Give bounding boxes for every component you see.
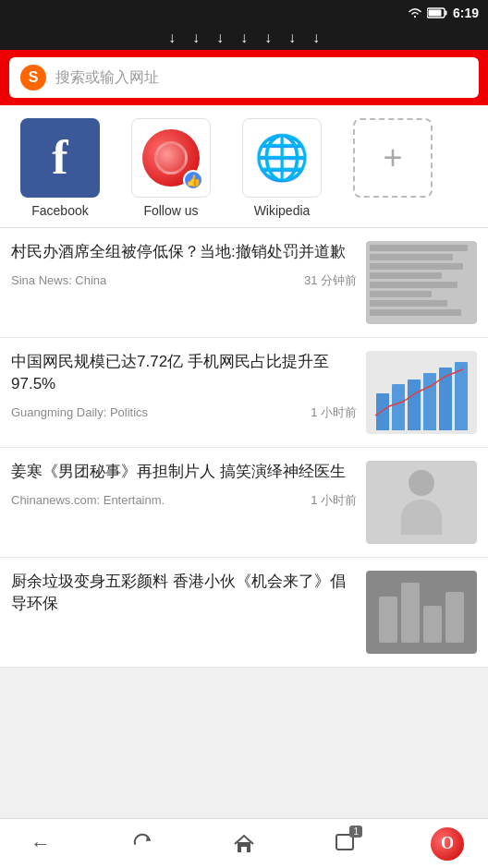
download-arrow-7: ↓ [312, 30, 320, 46]
battery-icon [427, 7, 447, 18]
opera-menu-button[interactable]: O [425, 822, 470, 866]
news-item-1[interactable]: 村民办酒席全组被停低保？当地:撤销处罚并道歉 Sina News: China … [0, 228, 488, 338]
news-container: 村民办酒席全组被停低保？当地:撤销处罚并道歉 Sina News: China … [0, 228, 488, 668]
facebook-icon-box: f [20, 118, 100, 198]
person-body [401, 500, 442, 535]
download-arrow-3: ↓ [216, 30, 224, 46]
person-silhouette [398, 470, 445, 535]
download-arrow-4: ↓ [240, 30, 248, 46]
status-bar: 6:19 [0, 0, 488, 26]
news-thumb-2 [366, 351, 477, 434]
refresh-button[interactable] [120, 822, 165, 866]
news-meta-2: Guangming Daily: Politics 1 小时前 [11, 404, 357, 421]
search-placeholder: 搜索或输入网址 [55, 68, 159, 88]
tab-button[interactable]: 1 [323, 822, 368, 866]
opera-circle-icon: 👍 [142, 129, 200, 187]
chart-line-svg [366, 351, 477, 434]
news-meta-3: Chinanews.com: Entertainm. 1 小时前 [11, 492, 357, 509]
event-thumb [366, 571, 477, 654]
wikipedia-icon-box: 🌐 [242, 118, 322, 198]
back-button[interactable]: ← [18, 822, 63, 866]
news-text-3: 姜寒《男团秘事》再担制片人 搞笑演绎神经医生 Chinanews.com: En… [11, 461, 357, 509]
add-plus-icon: + [383, 139, 402, 177]
download-arrow-1: ↓ [168, 30, 176, 46]
opera-icon-box: 👍 [131, 118, 211, 198]
facebook-f-icon: f [52, 134, 67, 182]
tab-badge-container: 1 [335, 831, 357, 857]
bookmark-facebook-label: Facebook [31, 203, 88, 218]
search-bar-container: S 搜索或输入网址 [0, 50, 488, 105]
news-meta-1: Sina News: China 31 分钟前 [11, 272, 357, 289]
status-time: 6:19 [453, 6, 479, 20]
download-bar: ↓ ↓ ↓ ↓ ↓ ↓ ↓ [0, 26, 488, 50]
opera-thumb-icon: 👍 [183, 170, 203, 190]
download-arrow-6: ↓ [288, 30, 296, 46]
news-source-2: Guangming Daily: Politics [11, 405, 148, 419]
news-thumb-4 [366, 571, 477, 654]
news-title-2: 中国网民规模已达7.72亿 手机网民占比提升至97.5% [11, 351, 357, 395]
home-icon [232, 832, 256, 856]
person-thumb [366, 461, 477, 544]
person-head [409, 470, 434, 496]
bookmark-wikipedia-label: Wikipedia [254, 203, 311, 218]
event-shape-2 [401, 583, 420, 643]
svg-rect-1 [445, 11, 446, 16]
news-text-2: 中国网民规模已达7.72亿 手机网民占比提升至97.5% Guangming D… [11, 351, 357, 421]
wikipedia-globe-icon: 🌐 [254, 132, 310, 184]
news-source-3: Chinanews.com: Entertainm. [11, 493, 165, 507]
svg-rect-2 [428, 10, 441, 17]
wifi-icon [407, 6, 423, 19]
news-time-3: 1 小时前 [311, 492, 357, 509]
back-icon: ← [30, 832, 51, 856]
news-time-2: 1 小时前 [311, 404, 357, 421]
chart-thumb [366, 351, 477, 434]
status-icons [407, 6, 447, 19]
download-arrow-5: ↓ [264, 30, 272, 46]
opera-inner-circle [154, 141, 188, 175]
bookmark-opera-label: Follow us [143, 203, 198, 218]
news-text-1: 村民办酒席全组被停低保？当地:撤销处罚并道歉 Sina News: China … [11, 241, 357, 289]
add-icon-box: + [353, 118, 433, 198]
bottom-nav: ← 1 O [0, 818, 488, 868]
event-shapes [379, 583, 464, 643]
news-title-3: 姜寒《男团秘事》再担制片人 搞笑演绎神经医生 [11, 461, 357, 483]
bookmark-wikipedia[interactable]: 🌐 Wikipedia [231, 118, 333, 218]
home-button[interactable] [222, 822, 266, 866]
news-title-4: 厨余垃圾变身五彩颜料 香港小伙《机会来了》倡导环保 [11, 571, 357, 615]
refresh-icon [131, 833, 153, 855]
news-item-2[interactable]: 中国网民规模已达7.72亿 手机网民占比提升至97.5% Guangming D… [0, 338, 488, 448]
news-time-1: 31 分钟前 [304, 272, 357, 289]
news-source-1: Sina News: China [11, 273, 106, 287]
news-thumb-1 [366, 241, 477, 324]
tab-count-badge: 1 [349, 826, 362, 838]
news-item-4[interactable]: 厨余垃圾变身五彩颜料 香港小伙《机会来了》倡导环保 [0, 558, 488, 668]
bookmark-opera[interactable]: 👍 Follow us [120, 118, 222, 218]
bookmark-facebook[interactable]: f Facebook [9, 118, 111, 218]
download-arrow-2: ↓ [192, 30, 200, 46]
news-text-4: 厨余垃圾变身五彩颜料 香港小伙《机会来了》倡导环保 [11, 571, 357, 624]
search-logo-icon: S [20, 65, 46, 90]
news-thumb-3 [366, 461, 477, 544]
news-item-3[interactable]: 姜寒《男团秘事》再担制片人 搞笑演绎神经医生 Chinanews.com: En… [0, 448, 488, 558]
event-shape-1 [379, 597, 397, 643]
event-shape-3 [423, 606, 442, 643]
news-title-1: 村民办酒席全组被停低保？当地:撤销处罚并道歉 [11, 241, 357, 263]
search-bar[interactable]: S 搜索或输入网址 [9, 57, 479, 98]
event-shape-4 [445, 592, 464, 643]
bookmark-add[interactable]: + [342, 118, 444, 218]
opera-nav-logo: O [431, 827, 464, 861]
bookmarks-row: f Facebook 👍 Follow us 🌐 Wikipedia + [0, 105, 488, 228]
